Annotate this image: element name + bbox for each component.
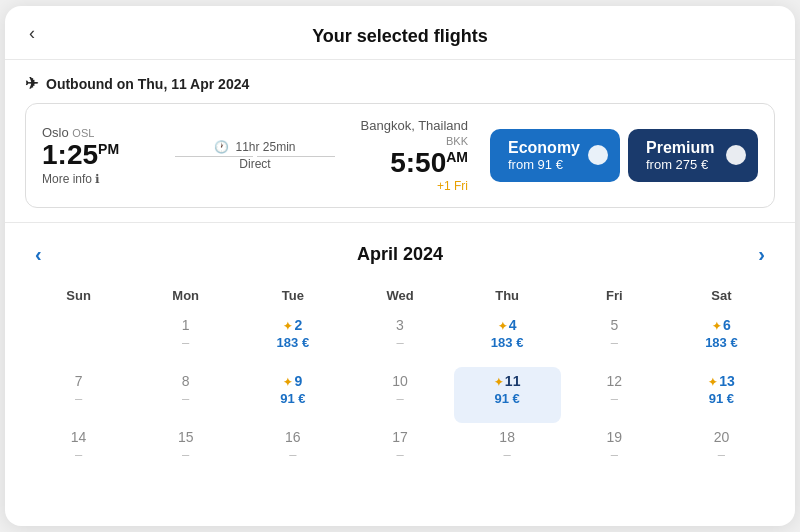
day-number: 18 [456, 429, 559, 445]
star-icon: ✦ [498, 320, 507, 332]
day-no-price: – [134, 447, 237, 462]
calendar-day[interactable]: 16– [239, 423, 346, 479]
calendar-day[interactable]: 17– [346, 423, 453, 479]
page-title: Your selected flights [312, 26, 488, 46]
premium-price: from 275 € [646, 157, 708, 172]
prev-month-button[interactable]: ‹ [25, 239, 52, 270]
calendar-day[interactable]: 20– [668, 423, 775, 479]
day-no-price: – [241, 447, 344, 462]
economy-button[interactable]: Economy from 91 € [490, 129, 620, 182]
calendar-day [25, 311, 132, 367]
calendar-day[interactable]: 18– [454, 423, 561, 479]
flight-card: Oslo OSL 1:25PM More info ℹ 🕐 11hr 25min [25, 103, 775, 208]
arrive-note: +1 Fri [345, 179, 468, 193]
weekday-header: Wed [346, 284, 453, 311]
flight-dest: Bangkok, Thailand BKK 5:50AM +1 Fri [345, 118, 468, 193]
weekday-header: Sat [668, 284, 775, 311]
calendar-day[interactable]: ✦4183 € [454, 311, 561, 367]
day-number: 15 [134, 429, 237, 445]
calendar-day[interactable]: 19– [561, 423, 668, 479]
weekday-header: Mon [132, 284, 239, 311]
day-number: 16 [241, 429, 344, 445]
weekday-header: Tue [239, 284, 346, 311]
month-title: April 2024 [357, 244, 443, 265]
day-number: ✦2 [241, 317, 344, 333]
calendar-nav: ‹ April 2024 › [25, 239, 775, 270]
economy-toggle [588, 145, 608, 165]
day-price: 183 € [456, 335, 559, 350]
flight-middle: 🕐 11hr 25min Direct [175, 140, 335, 171]
calendar-grid: SunMonTueWedThuFriSat 1–✦2183 €3–✦4183 €… [25, 284, 775, 479]
day-price: 183 € [241, 335, 344, 350]
duration: 11hr 25min [235, 140, 295, 154]
premium-toggle [726, 145, 746, 165]
day-number: ✦6 [670, 317, 773, 333]
day-price: 91 € [241, 391, 344, 406]
main-card: ‹ Your selected flights ✈ Outbound on Th… [5, 6, 795, 526]
star-icon: ✦ [283, 376, 292, 388]
premium-button[interactable]: Premium from 275 € [628, 129, 758, 182]
weekday-header: Thu [454, 284, 561, 311]
day-no-price: – [134, 335, 237, 350]
day-no-price: – [670, 447, 773, 462]
star-icon: ✦ [494, 376, 503, 388]
economy-label: Economy [508, 139, 580, 157]
dest-city: Bangkok, Thailand BKK [345, 118, 468, 148]
day-number: 12 [563, 373, 666, 389]
day-number: 14 [27, 429, 130, 445]
weekday-header: Sun [25, 284, 132, 311]
day-number: ✦11 [456, 373, 559, 389]
plane-icon: ✈ [25, 74, 38, 93]
day-price: 183 € [670, 335, 773, 350]
star-icon: ✦ [283, 320, 292, 332]
calendar-day[interactable]: 8– [132, 367, 239, 423]
weekday-header: Fri [561, 284, 668, 311]
calendar-day[interactable]: 12– [561, 367, 668, 423]
day-number: ✦4 [456, 317, 559, 333]
day-number: 7 [27, 373, 130, 389]
premium-label: Premium [646, 139, 714, 157]
calendar-day[interactable]: ✦991 € [239, 367, 346, 423]
calendar-day[interactable]: 1– [132, 311, 239, 367]
day-no-price: – [563, 391, 666, 406]
day-no-price: – [27, 447, 130, 462]
outbound-label: ✈ Outbound on Thu, 11 Apr 2024 [25, 74, 775, 93]
calendar-day[interactable]: ✦1191 € [454, 367, 561, 423]
day-number: 17 [348, 429, 451, 445]
day-number: ✦9 [241, 373, 344, 389]
next-month-button[interactable]: › [748, 239, 775, 270]
calendar-section: ‹ April 2024 › SunMonTueWedThuFriSat 1–✦… [5, 223, 795, 495]
outbound-text: Outbound on Thu, 11 Apr 2024 [46, 76, 249, 92]
calendar-day[interactable]: 14– [25, 423, 132, 479]
flight-origin: Oslo OSL 1:25PM More info ℹ [42, 125, 165, 187]
day-no-price: – [456, 447, 559, 462]
depart-time: 1:25PM [42, 140, 165, 171]
day-no-price: – [348, 335, 451, 350]
calendar-day[interactable]: ✦2183 € [239, 311, 346, 367]
calendar-day[interactable]: 5– [561, 311, 668, 367]
calendar-day[interactable]: 7– [25, 367, 132, 423]
fare-buttons: Economy from 91 € Premium from 275 € [490, 129, 758, 182]
calendar-day[interactable]: ✦6183 € [668, 311, 775, 367]
calendar-day[interactable]: 3– [346, 311, 453, 367]
more-info[interactable]: More info ℹ [42, 172, 165, 186]
day-no-price: – [563, 447, 666, 462]
day-number: ✦13 [670, 373, 773, 389]
origin-city: Oslo OSL [42, 125, 165, 140]
calendar-day[interactable]: 15– [132, 423, 239, 479]
calendar-day[interactable]: 10– [346, 367, 453, 423]
day-no-price: – [27, 391, 130, 406]
calendar-day[interactable]: ✦1391 € [668, 367, 775, 423]
day-number: 20 [670, 429, 773, 445]
day-price: 91 € [670, 391, 773, 406]
arrive-time: 5:50AM [345, 148, 468, 179]
back-button[interactable]: ‹ [21, 18, 43, 47]
flight-section: ✈ Outbound on Thu, 11 Apr 2024 Oslo OSL … [5, 60, 795, 223]
day-price: 91 € [456, 391, 559, 406]
day-number: 8 [134, 373, 237, 389]
day-number: 1 [134, 317, 237, 333]
economy-price: from 91 € [508, 157, 563, 172]
day-number: 19 [563, 429, 666, 445]
star-icon: ✦ [712, 320, 721, 332]
day-no-price: – [348, 391, 451, 406]
